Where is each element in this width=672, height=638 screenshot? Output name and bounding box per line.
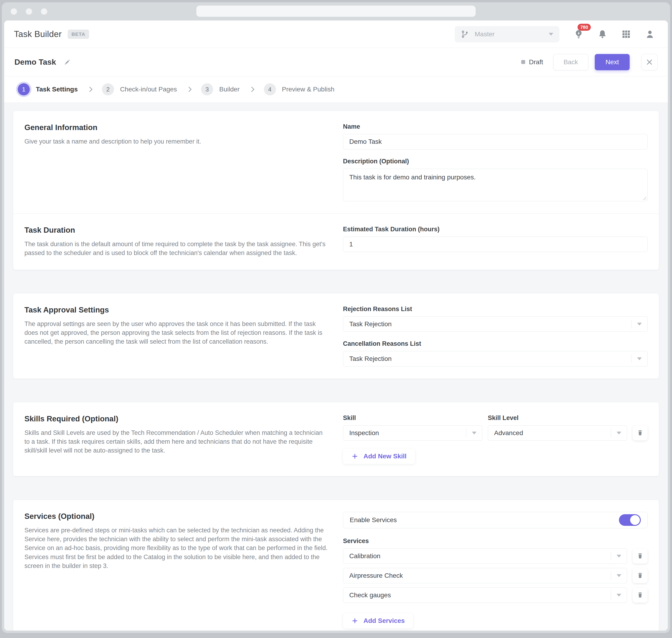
- delete-skill-button[interactable]: [633, 425, 648, 440]
- description-value: This task is for demo and training purpo…: [349, 173, 476, 181]
- person-icon: [645, 29, 655, 39]
- step-4-label: Preview & Publish: [282, 86, 335, 93]
- name-label: Name: [343, 123, 648, 130]
- skill-level-group: Skill Level Advanced: [488, 415, 627, 441]
- service-select-3[interactable]: Check gauges: [343, 588, 627, 603]
- task-approval-row: Task Approval Settings The approval sett…: [13, 293, 659, 379]
- section-title: Task Duration: [24, 226, 329, 235]
- section-description: The approval settings are seen by the us…: [24, 319, 329, 346]
- rejection-reasons-group: Rejection Reasons List Task Rejection: [343, 305, 648, 332]
- trash-icon: [637, 572, 644, 579]
- services-fields: Enable Services Services Calibration: [343, 512, 648, 628]
- task-approval-text: Task Approval Settings The approval sett…: [24, 305, 329, 367]
- select-divider: [611, 571, 611, 580]
- pencil-icon: [64, 58, 71, 66]
- window-maximize-dot[interactable]: [41, 9, 47, 15]
- skills-required-card: Skills Required (Optional) Skills and Sk…: [13, 402, 659, 476]
- enable-services-label: Enable Services: [350, 516, 397, 524]
- chevron-down-icon: [617, 432, 621, 434]
- section-description: Skills and Skill Levels are used by the …: [24, 429, 329, 455]
- duration-input[interactable]: 1: [343, 237, 648, 252]
- add-new-skill-label: Add New Skill: [364, 453, 406, 460]
- delete-service-button-2[interactable]: [633, 568, 648, 583]
- name-field-group: Name Demo Task: [343, 123, 648, 149]
- window-chrome: [2, 2, 670, 20]
- workspace-select[interactable]: Master: [455, 26, 559, 43]
- rejection-reasons-value: Task Rejection: [349, 320, 631, 328]
- service-value-1: Calibration: [349, 552, 611, 560]
- close-builder-button[interactable]: [641, 54, 658, 70]
- chevron-down-icon: [617, 594, 621, 597]
- general-information-row: General Information Give your task a nam…: [13, 111, 659, 213]
- step-builder[interactable]: 3 Builder: [201, 83, 239, 96]
- branch-icon: [461, 30, 469, 38]
- cancellation-reasons-select[interactable]: Task Rejection: [343, 351, 648, 367]
- skill-level-value: Advanced: [494, 429, 611, 437]
- step-checkinout-pages[interactable]: 2 Check-in/out Pages: [102, 83, 177, 96]
- trash-icon: [637, 430, 644, 437]
- page-title: Task Builder: [14, 29, 62, 39]
- add-services-label: Add Services: [364, 617, 405, 624]
- step-2-number: 2: [102, 83, 114, 96]
- skill-level-select[interactable]: Advanced: [488, 425, 627, 441]
- trash-icon: [637, 592, 644, 599]
- service-select-2[interactable]: Airpressure Check: [343, 568, 627, 583]
- enable-services-toggle[interactable]: [619, 514, 641, 526]
- step-2-label: Check-in/out Pages: [120, 86, 177, 93]
- step-task-settings[interactable]: 1 Task Settings: [18, 83, 78, 96]
- task-duration-fields: Estimated Task Duration (hours) 1: [343, 226, 648, 257]
- name-input[interactable]: Demo Task: [343, 134, 648, 149]
- window-close-dot[interactable]: [11, 9, 17, 15]
- chevron-down-icon: [472, 432, 476, 434]
- task-duration-text: Task Duration The task duration is the d…: [24, 226, 329, 257]
- general-information-text: General Information Give your task a nam…: [24, 123, 329, 201]
- profile-button[interactable]: [645, 29, 655, 39]
- rejection-reasons-select[interactable]: Task Rejection: [343, 316, 648, 332]
- service-select-1[interactable]: Calibration: [343, 549, 627, 564]
- task-header: Demo Task Draft Back Next: [4, 48, 668, 76]
- next-button[interactable]: Next: [595, 54, 629, 70]
- app-header: Task Builder BETA Master: [4, 20, 668, 48]
- service-entry-row: Check gauges: [343, 588, 648, 603]
- add-services-button[interactable]: Add Services: [343, 613, 413, 628]
- delete-service-button-1[interactable]: [633, 549, 648, 564]
- add-new-skill-button[interactable]: Add New Skill: [343, 449, 415, 464]
- tips-button[interactable]: 780: [574, 29, 584, 39]
- window-minimize-dot[interactable]: [26, 9, 32, 15]
- services-list-label: Services: [343, 537, 648, 545]
- delete-service-button-3[interactable]: [633, 588, 648, 603]
- step-4-number: 4: [264, 83, 276, 96]
- skill-entry-row: Skill Inspection Skill Level: [343, 415, 648, 441]
- apps-button[interactable]: [621, 29, 631, 39]
- description-textarea[interactable]: This task is for demo and training purpo…: [343, 169, 648, 201]
- chevron-right-icon: [87, 87, 93, 92]
- duration-field-group: Estimated Task Duration (hours) 1: [343, 226, 648, 252]
- chevron-right-icon: [249, 87, 254, 92]
- select-divider: [611, 429, 611, 437]
- chevron-down-icon: [617, 574, 621, 577]
- chevron-right-icon: [186, 87, 192, 92]
- select-divider: [631, 354, 632, 363]
- back-button[interactable]: Back: [553, 54, 588, 70]
- services-row: Services (Optional) Services are pre-def…: [13, 500, 659, 631]
- chevron-down-icon: [617, 555, 621, 557]
- task-duration-row: Task Duration The task duration is the d…: [13, 213, 659, 270]
- section-description: The task duration is the default amount …: [24, 240, 329, 257]
- skills-fields: Skill Inspection Skill Level: [343, 415, 648, 464]
- skill-select[interactable]: Inspection: [343, 425, 482, 441]
- skills-row: Skills Required (Optional) Skills and Sk…: [13, 402, 659, 476]
- step-1-number: 1: [18, 83, 30, 96]
- plus-icon: [351, 453, 358, 460]
- step-preview-publish[interactable]: 4 Preview & Publish: [264, 83, 335, 96]
- cancellation-reasons-value: Task Rejection: [349, 355, 631, 363]
- general-information-card: General Information Give your task a nam…: [13, 111, 659, 270]
- notifications-button[interactable]: [598, 29, 607, 39]
- wizard-stepper: 1 Task Settings 2 Check-in/out Pages 3 B…: [4, 76, 668, 102]
- duration-label: Estimated Task Duration (hours): [343, 226, 648, 233]
- section-description: Give your task a name and description to…: [24, 137, 329, 146]
- address-bar[interactable]: [196, 5, 476, 17]
- bell-icon: [598, 29, 607, 39]
- services-card: Services (Optional) Services are pre-def…: [13, 500, 659, 631]
- edit-task-name-button[interactable]: [64, 58, 71, 66]
- resize-handle-icon[interactable]: [641, 195, 646, 200]
